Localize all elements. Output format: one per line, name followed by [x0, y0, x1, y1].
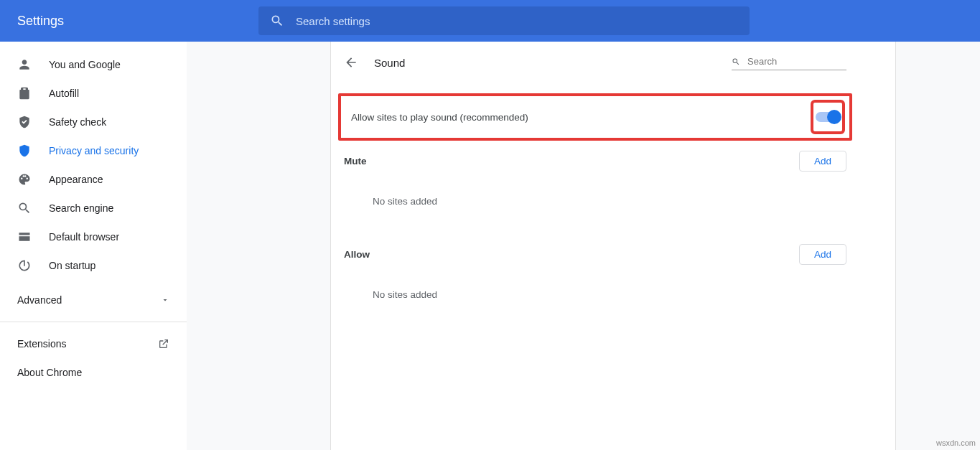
about-label: About Chrome	[17, 367, 82, 378]
sidebar-item-label: Privacy and security	[49, 145, 139, 156]
power-icon	[17, 258, 32, 273]
allow-title: Allow	[344, 249, 370, 260]
sidebar-item-default-browser[interactable]: Default browser	[0, 222, 187, 251]
sidebar-item-you-and-google[interactable]: You and Google	[0, 50, 187, 79]
mute-add-button[interactable]: Add	[799, 151, 846, 172]
page-title: Sound	[374, 57, 732, 69]
sidebar-item-label: Appearance	[49, 174, 103, 185]
sidebar-item-extensions[interactable]: Extensions	[0, 329, 187, 358]
sidebar-item-label: Default browser	[49, 231, 119, 243]
sidebar-item-label: Safety check	[49, 116, 106, 128]
main-panel: Sound Allow sites to play sound (recomme…	[330, 42, 896, 450]
sidebar-item-on-startup[interactable]: On startup	[0, 251, 187, 280]
sidebar: You and Google Autofill Safety check Pri…	[0, 42, 187, 450]
chevron-down-icon	[161, 296, 169, 304]
sidebar-item-search-engine[interactable]: Search engine	[0, 194, 187, 222]
sidebar-item-label: Search engine	[49, 202, 113, 214]
shield-check-icon	[17, 115, 32, 129]
allow-empty-message: No sites added	[338, 271, 852, 327]
shield-icon	[17, 144, 32, 158]
mute-section-header: Mute Add	[338, 141, 852, 177]
mute-empty-message: No sites added	[338, 177, 852, 234]
sidebar-item-autofill[interactable]: Autofill	[0, 79, 187, 108]
allow-sound-toggle[interactable]	[816, 112, 840, 122]
palette-icon	[17, 172, 32, 187]
sidebar-item-advanced[interactable]: Advanced	[0, 286, 187, 314]
browser-icon	[17, 230, 32, 244]
advanced-label: Advanced	[17, 294, 62, 306]
watermark: wsxdn.com	[936, 439, 976, 447]
search-icon	[17, 201, 32, 215]
mute-title: Mute	[344, 156, 367, 167]
person-icon	[17, 57, 32, 72]
sidebar-item-label: On startup	[49, 260, 95, 271]
sidebar-item-about-chrome[interactable]: About Chrome	[0, 358, 187, 387]
header-search-input[interactable]	[296, 15, 738, 27]
back-icon[interactable]	[344, 55, 358, 70]
page-search-input[interactable]	[747, 56, 846, 67]
header-search-box[interactable]	[258, 6, 750, 35]
sidebar-item-privacy-security[interactable]: Privacy and security	[0, 136, 187, 165]
sidebar-item-label: Autofill	[49, 88, 79, 99]
allow-sound-setting-highlight: Allow sites to play sound (recommended)	[338, 93, 852, 141]
toggle-highlight-box	[811, 100, 845, 134]
search-icon	[270, 14, 284, 28]
allow-add-button[interactable]: Add	[799, 244, 846, 265]
search-icon	[732, 57, 740, 67]
page-search[interactable]	[732, 55, 846, 70]
page-header: Sound	[338, 42, 852, 83]
sidebar-divider	[0, 322, 187, 322]
allow-section-header: Allow Add	[338, 234, 852, 271]
sidebar-item-appearance[interactable]: Appearance	[0, 165, 187, 194]
sidebar-item-label: You and Google	[49, 59, 121, 70]
allow-sound-label: Allow sites to play sound (recommended)	[351, 112, 528, 123]
sidebar-item-safety-check[interactable]: Safety check	[0, 108, 187, 136]
clipboard-icon	[17, 86, 32, 100]
toggle-knob	[827, 110, 841, 124]
extensions-label: Extensions	[17, 338, 66, 350]
app-title: Settings	[17, 14, 258, 29]
topbar: Settings	[0, 0, 980, 42]
open-external-icon	[158, 338, 169, 350]
